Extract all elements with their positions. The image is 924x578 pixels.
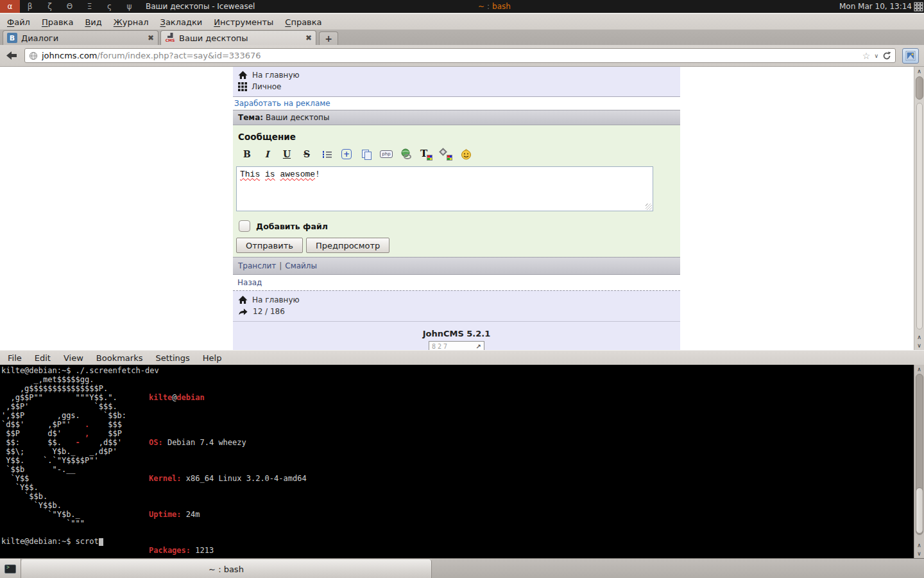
konsole-menu-item[interactable]: Bookmarks <box>90 353 150 363</box>
smiley-icon[interactable] <box>459 148 472 161</box>
terminal-scrollbar-thumb[interactable] <box>916 487 923 534</box>
page-footer: JohnCMS 5.2.1 827 ↗ <box>233 321 680 350</box>
konsole-tabbar-empty <box>432 559 924 578</box>
new-tab-button[interactable]: + <box>319 31 338 45</box>
resize-grip[interactable] <box>646 204 652 210</box>
bold-icon[interactable]: B <box>241 148 253 161</box>
url-text[interactable]: johncms.com/forum/index.php?act=say&id=3… <box>42 51 859 60</box>
browser-scrollbar-thumb[interactable] <box>916 76 923 100</box>
home-link-bottom[interactable]: На главную <box>233 294 680 306</box>
terminal-scrollbar[interactable]: ∧ ∧∨ <box>914 365 924 558</box>
submit-button[interactable]: Отправить <box>236 238 303 253</box>
editor-toolbar: B I U S + php T <box>236 148 680 161</box>
konsole-menu-item[interactable]: File <box>1 353 28 363</box>
konsole-tabbar: ~ : bash <box>0 558 924 578</box>
scroll-up-icon[interactable]: ∧ <box>914 67 924 75</box>
screenfetch-info: kilte@debian OS: Debian 7.4 wheezy Kerne… <box>149 375 367 578</box>
image-extension-button[interactable] <box>902 48 919 64</box>
konsole-new-tab-button[interactable] <box>0 559 21 578</box>
link-icon[interactable] <box>400 148 413 161</box>
konsole-window: File Edit View Bookmarks Settings Help k… <box>0 350 924 578</box>
underline-icon[interactable]: U <box>280 148 293 161</box>
browser-scrollbar[interactable]: ∧ ∧∨ <box>914 67 924 350</box>
smiles-link[interactable]: Смайлы <box>285 261 317 270</box>
home-link-label: На главную <box>252 71 300 80</box>
konsole-menu-item[interactable]: View <box>57 353 90 363</box>
workspace-tag[interactable]: Ξ <box>80 0 99 13</box>
back-link[interactable]: Назад <box>237 278 262 287</box>
tab-your-desktops[interactable]: CMS Ваши десктопы ✖ <box>160 30 316 45</box>
info-label: Packages: <box>149 546 191 555</box>
scroll-bottom-arrows[interactable]: ∧∨ <box>914 333 924 350</box>
browser-menu-item[interactable]: Файл <box>1 16 36 28</box>
browser-menu-item[interactable]: Инструменты <box>208 16 279 28</box>
spoiler-icon[interactable]: + <box>340 148 353 161</box>
konsole-menu-item[interactable]: Help <box>196 353 228 363</box>
workspace-tag[interactable]: ζ <box>40 0 60 13</box>
workspace-tag[interactable]: ς <box>99 0 119 13</box>
browser-scrollbar-trough[interactable] <box>916 103 923 329</box>
bookmark-star-icon[interactable]: ☆ <box>862 51 871 61</box>
tab-dialogs[interactable]: В Диалоги ✖ <box>3 30 158 45</box>
list-icon[interactable] <box>320 148 333 161</box>
url-bar[interactable]: johncms.com/forum/index.php?act=say&id=3… <box>24 48 896 63</box>
home-link[interactable]: На главную <box>233 69 680 81</box>
workspace-tag[interactable]: β <box>20 0 40 13</box>
fill-color-icon[interactable] <box>440 148 452 161</box>
php-glyph: php <box>380 150 392 158</box>
translit-link[interactable]: Транслит <box>238 261 276 270</box>
preview-button[interactable]: Предпросмотр <box>306 238 389 253</box>
browser-menu-item[interactable]: Закладки <box>155 16 209 28</box>
earn-on-ads-link[interactable]: Заработать на рекламе <box>234 99 330 108</box>
quote-icon[interactable] <box>360 148 373 161</box>
page-header-nav: На главную Личное <box>233 67 680 97</box>
taskbar-entry-bash[interactable]: ~ : bash <box>478 0 511 13</box>
layout-grid-icon[interactable] <box>914 2 923 12</box>
font-color-icon[interactable]: T <box>420 148 432 161</box>
browser-menu-item[interactable]: Вид <box>79 16 107 28</box>
browser-menu-item[interactable]: Правка <box>36 16 79 28</box>
attach-file-label: Добавить файл <box>256 222 328 231</box>
workspace-tag[interactable]: ψ <box>119 0 139 13</box>
info-label: Kernel: <box>149 474 182 483</box>
tab-label: Ваши десктопы <box>179 33 302 43</box>
reload-icon[interactable] <box>882 51 891 60</box>
message-textarea[interactable]: This is awesome! <box>236 166 653 211</box>
strike-glyph: S <box>304 149 310 159</box>
tab-close-icon[interactable]: ✖ <box>148 33 154 42</box>
forward-arrow-icon <box>238 308 248 316</box>
scrot-command: scrot <box>76 537 99 546</box>
italic-icon[interactable]: I <box>261 148 273 161</box>
workspace-tag[interactable]: Θ <box>60 0 80 13</box>
url-dropdown-icon[interactable]: ∨ <box>874 53 878 59</box>
personal-link[interactable]: Личное <box>233 81 680 92</box>
browser-menu-item[interactable]: Журнал <box>108 16 155 28</box>
scroll-up-icon[interactable]: ∧ <box>914 365 924 373</box>
php-code-icon[interactable]: php <box>380 148 393 161</box>
workspace-tags: α β ζ Θ Ξ ς ψ <box>0 0 139 13</box>
form-buttons: Отправить Предпросмотр <box>236 238 680 253</box>
scroll-bottom-arrows[interactable]: ∧∨ <box>914 541 924 558</box>
terminal-screen[interactable]: kilte@debian:~$ ./.screenfetch-dev _,met… <box>0 365 924 558</box>
workspace-tag[interactable]: α <box>0 0 20 13</box>
tab-close-icon[interactable]: ✖ <box>305 33 312 42</box>
info-host: debian <box>176 393 204 402</box>
attach-row: Добавить файл <box>239 220 680 232</box>
konsole-menu-item[interactable]: Edit <box>28 353 57 363</box>
attach-file-checkbox[interactable] <box>239 220 250 232</box>
info-value: x86_64 Linux 3.2.0-4-amd64 <box>182 474 307 483</box>
home-link-label: На главную <box>252 295 300 304</box>
strike-icon[interactable]: S <box>300 148 313 161</box>
shell-prompt: kilte@debian:~$ <box>1 366 76 375</box>
konsole-menu-item[interactable]: Settings <box>149 353 196 363</box>
johncms-version: JohnCMS 5.2.1 <box>233 322 680 338</box>
johncms-favicon-shape <box>167 33 173 38</box>
message-form-section: Сообщение B I U S + php <box>233 125 680 257</box>
back-button[interactable] <box>5 49 18 62</box>
visit-counter-badge[interactable]: 827 ↗ <box>429 341 484 350</box>
pager-link[interactable]: 12 / 186 <box>233 306 680 317</box>
user-host-line: kilte@debian <box>149 393 367 402</box>
browser-menu-item[interactable]: Справка <box>279 16 327 28</box>
task-tilde: ~ <box>478 2 484 11</box>
awesome-wibar: α β ζ Θ Ξ ς ψ Ваши десктопы - Iceweasel … <box>0 0 924 13</box>
